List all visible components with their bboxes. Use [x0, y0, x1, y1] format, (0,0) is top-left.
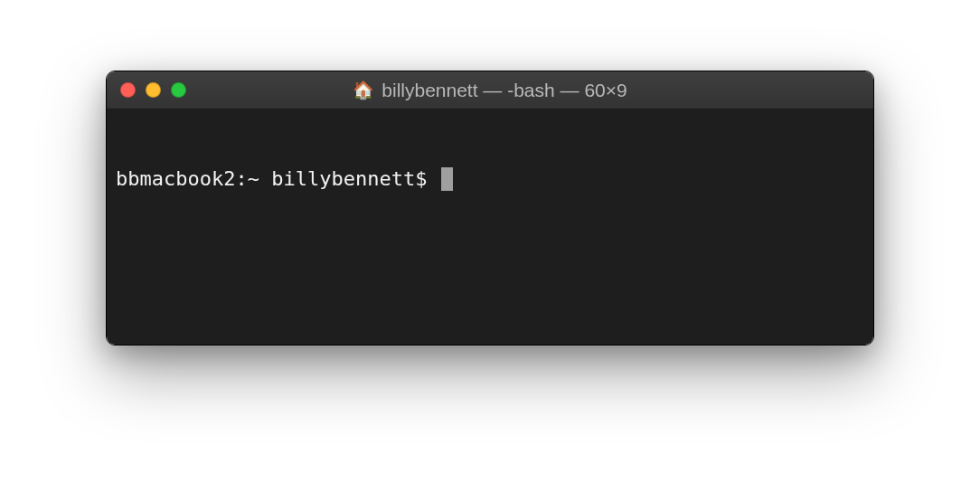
shell-prompt: bbmacbook2:~ billybennett$	[116, 166, 439, 193]
window-title-group: 🏠 billybennett — -bash — 60×9	[353, 80, 627, 101]
zoom-button[interactable]	[171, 82, 186, 98]
window-title: billybennett — -bash — 60×9	[382, 80, 627, 101]
close-button[interactable]	[120, 82, 136, 98]
titlebar[interactable]: 🏠 billybennett — -bash — 60×9	[107, 71, 873, 109]
prompt-line: bbmacbook2:~ billybennett$	[116, 166, 864, 193]
terminal-window: 🏠 billybennett — -bash — 60×9 bbmacbook2…	[106, 71, 874, 346]
terminal-body[interactable]: bbmacbook2:~ billybennett$	[107, 109, 873, 345]
minimize-button[interactable]	[146, 82, 161, 98]
cursor	[441, 167, 453, 191]
home-icon: 🏠	[353, 81, 374, 99]
traffic-lights	[120, 82, 186, 98]
